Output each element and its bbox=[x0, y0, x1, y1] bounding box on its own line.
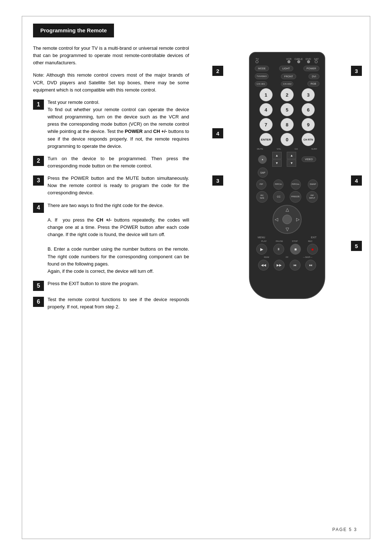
swap-btn[interactable]: SWAP bbox=[308, 179, 318, 190]
num-7[interactable]: 7 bbox=[260, 118, 273, 131]
play-btn[interactable]: ▶ bbox=[256, 244, 267, 255]
tvvideo-btn[interactable]: TV/VIDEO bbox=[255, 73, 269, 79]
power-btn[interactable]: POWER bbox=[303, 66, 319, 71]
skipback-btn[interactable]: ⏮ bbox=[290, 260, 301, 271]
source-cable: CABLE bbox=[294, 58, 303, 64]
sat-indicator bbox=[315, 60, 318, 63]
left-column: The remote control for your TV is a mult… bbox=[33, 45, 189, 316]
num-3[interactable]: 3 bbox=[302, 88, 315, 101]
source-group: VCR CABLE DVD bbox=[286, 58, 319, 64]
step-5-num: 5 bbox=[33, 281, 44, 291]
front-btn[interactable]: FRONT bbox=[281, 74, 296, 79]
intro-para1: The remote control for your TV is a mult… bbox=[33, 45, 189, 66]
num-5[interactable]: 5 bbox=[281, 103, 294, 116]
skipfwd-btn[interactable]: ⏭ bbox=[305, 260, 316, 271]
step-4-text: There are two ways to find the right cod… bbox=[48, 202, 189, 275]
component-row: C/S HD1 C/S HD2 RGB bbox=[254, 81, 320, 86]
mode-light-power-row: MODE LIGHT POWER bbox=[254, 66, 320, 71]
vol-label: VOL bbox=[277, 148, 281, 150]
step-3-text: Press the POWER button and the MUTE butt… bbox=[48, 175, 189, 197]
num-8[interactable]: 8 bbox=[281, 118, 294, 131]
input-row: TV/VIDEO FRONT DVI bbox=[254, 73, 320, 79]
rec-btn[interactable]: ● bbox=[307, 244, 318, 255]
num-4[interactable]: 4 bbox=[260, 103, 273, 116]
rew-label: REW bbox=[256, 256, 277, 258]
ch-down-btn[interactable]: ▼ bbox=[287, 159, 296, 167]
vol-arrows: ▲ ▼ bbox=[272, 152, 282, 167]
picsize-btn[interactable]: PICSIZE bbox=[256, 191, 268, 203]
mute-label: MUTE bbox=[257, 148, 263, 150]
page-footer: PAGE 5 3 bbox=[332, 527, 357, 532]
pipinput-btn[interactable]: PIPINPUT bbox=[306, 191, 318, 203]
dvd-indicator bbox=[307, 60, 310, 63]
source-dvd: DVD bbox=[306, 58, 311, 64]
source-sat: SAT bbox=[314, 58, 319, 64]
cable-indicator bbox=[297, 60, 300, 63]
pipch-plus-btn[interactable]: PIPCH+ bbox=[291, 179, 301, 190]
mode-btn[interactable]: MODE bbox=[255, 66, 269, 71]
num-2[interactable]: 2 bbox=[281, 88, 294, 101]
stop-label: STOP bbox=[287, 240, 303, 242]
num-0[interactable]: 0 bbox=[281, 133, 294, 146]
mute-vol-ch-surf-labels: MUTE VOL CH SURF bbox=[254, 148, 320, 150]
callout-2-left: 2 bbox=[212, 66, 223, 76]
nav-up-icon: △ bbox=[286, 207, 289, 212]
step-2-text: Turn on the device to be programmed. The… bbox=[48, 155, 189, 170]
transport-row: ▶ ⏸ ■ ● bbox=[256, 244, 318, 255]
ch-arrows: ▲ ▼ bbox=[287, 152, 296, 167]
content-area: The remote control for your TV is a mult… bbox=[22, 37, 370, 323]
vol-down-btn[interactable]: ▼ bbox=[272, 159, 282, 167]
step-1-text: Test your remote control. To find out wh… bbox=[48, 99, 189, 150]
cshd1-btn[interactable]: C/S HD1 bbox=[255, 81, 267, 86]
menu-label: MENU bbox=[258, 236, 265, 239]
sap-btn[interactable]: SAP bbox=[258, 167, 268, 178]
pipch-minus-btn[interactable]: PIPCH- bbox=[273, 179, 283, 190]
right-column: 2 3 4 3 4 5 TV bbox=[196, 45, 349, 316]
num-6[interactable]: 6 bbox=[302, 103, 315, 116]
step-6-row: 6 Test the remote control functions to s… bbox=[33, 296, 189, 311]
freeze-btn[interactable]: FREEZE bbox=[290, 191, 301, 203]
pause-btn[interactable]: ⏸ bbox=[273, 244, 284, 255]
vol-up-btn[interactable]: ▲ bbox=[272, 152, 282, 159]
callout-4-left: 4 bbox=[212, 128, 223, 138]
step-2-row: 2 Turn on the device to be programmed. T… bbox=[33, 155, 189, 170]
callout-4-right: 4 bbox=[351, 175, 362, 186]
rec-label: REC bbox=[303, 240, 318, 242]
rew-btn[interactable]: ◀◀ bbox=[258, 260, 269, 271]
skip-label1: —SKIP— bbox=[297, 256, 318, 258]
step-2-num: 2 bbox=[33, 156, 44, 166]
page: Programming the Remote The remote contro… bbox=[22, 16, 370, 539]
nav-circle[interactable]: △ ◁ ▷ ▽ bbox=[273, 205, 302, 234]
enter-btn[interactable]: ENTER bbox=[260, 133, 273, 146]
dvi-btn[interactable]: DVI bbox=[309, 74, 319, 79]
video-btn[interactable]: VIDEO bbox=[302, 157, 316, 162]
tv-indicator bbox=[256, 60, 258, 63]
vcr-indicator bbox=[287, 60, 290, 63]
light-btn[interactable]: LIGHT bbox=[279, 66, 293, 71]
ch-up-btn[interactable]: ▲ bbox=[287, 152, 296, 159]
chrtn-btn[interactable]: CH RTN bbox=[302, 133, 315, 146]
num-1[interactable]: 1 bbox=[260, 88, 273, 101]
cshd2-btn[interactable]: C/S HD2 bbox=[281, 81, 293, 86]
sap-row: SAP bbox=[254, 167, 320, 178]
pause-label: PAUSE bbox=[272, 240, 287, 242]
ff-btn[interactable]: ▶▶ bbox=[274, 260, 285, 271]
step-3-row: 3 Press the POWER button and the MUTE bu… bbox=[33, 175, 189, 197]
nav-center-btn[interactable] bbox=[282, 215, 292, 224]
remote-body: TV VCR CABLE bbox=[249, 52, 325, 299]
nav-right-icon: ▷ bbox=[296, 217, 299, 222]
source-tv: TV bbox=[256, 58, 259, 64]
vol-ch-controls: ▲ ▲ ▼ ▲ ▼ VIDEO bbox=[254, 152, 320, 167]
num-9[interactable]: 9 bbox=[302, 118, 315, 131]
cc-btn[interactable]: CC bbox=[273, 191, 285, 203]
page-number: PAGE 5 3 bbox=[332, 527, 357, 532]
pip-btn[interactable]: PIP bbox=[256, 179, 266, 190]
mute-btn[interactable]: ▲ bbox=[258, 155, 267, 164]
number-grid: 1 2 3 4 5 6 7 8 9 ENTER 0 CH RTN bbox=[256, 88, 318, 146]
section-header: Programming the Remote bbox=[33, 24, 114, 37]
menu-exit-row: MENU EXIT bbox=[254, 236, 320, 239]
rgb-btn[interactable]: RGB bbox=[307, 81, 319, 86]
stop-btn[interactable]: ■ bbox=[290, 244, 301, 255]
remote-diagram: 2 3 4 3 4 5 TV bbox=[225, 52, 349, 299]
transport-label-row: PLAY PAUSE STOP REC bbox=[254, 240, 320, 242]
